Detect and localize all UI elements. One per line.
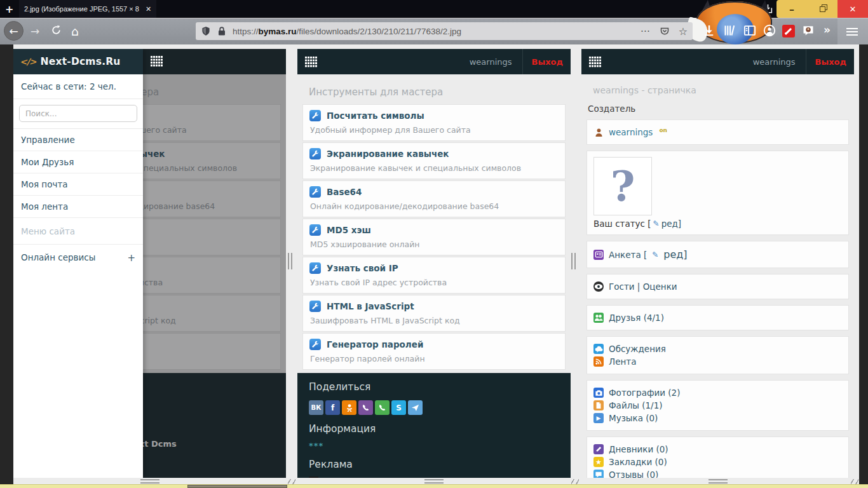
menu-grid-icon[interactable]: [589, 57, 601, 67]
panel2-header: wearnings Выход: [297, 49, 571, 74]
download-icon[interactable]: [703, 24, 715, 37]
guests-link[interactable]: Гости | Оценки: [609, 281, 677, 292]
avatar[interactable]: ?: [593, 157, 652, 215]
facebook-icon[interactable]: f: [325, 400, 340, 415]
search-input[interactable]: [19, 105, 137, 122]
wrench-icon: [309, 339, 321, 350]
chat-extension-icon[interactable]: [802, 24, 815, 37]
tool-title[interactable]: Генератор паролей: [327, 339, 423, 349]
library-icon[interactable]: [723, 24, 736, 37]
wrench-icon: [309, 301, 321, 312]
hamburger-menu-icon[interactable]: [846, 28, 858, 36]
sidebar-item-site-menu[interactable]: Меню сайта: [13, 218, 143, 245]
window-close-button[interactable]: ✕: [837, 0, 868, 18]
panel2-bottom-handle[interactable]: [424, 479, 444, 484]
window-minimize-button[interactable]: –: [776, 0, 807, 18]
pocket-icon[interactable]: [660, 26, 670, 36]
expand-plus-icon[interactable]: +: [127, 252, 135, 264]
tool-card[interactable]: Base64Онлайн кодирование/декодирование b…: [302, 180, 566, 217]
url-text[interactable]: https://bymas.ru/files/downloads/2/130/2…: [233, 27, 641, 36]
panel3-bottom-handle[interactable]: [709, 479, 728, 484]
skype-icon[interactable]: S: [391, 400, 406, 415]
anketa-edit-link[interactable]: ред]: [663, 248, 687, 261]
sidebar-item-feed[interactable]: Моя лента: [13, 196, 143, 218]
whatsapp-icon[interactable]: [375, 400, 390, 415]
sidebar-item-label: Онлайн сервисы: [21, 252, 95, 264]
tab-close-icon[interactable]: ✕: [146, 5, 151, 13]
status-edit-link[interactable]: ред]: [661, 219, 681, 229]
tool-card[interactable]: HTML в JavaScriptЗашифровать HTML в Java…: [302, 295, 566, 332]
ad-row[interactable]: DS Официальный сайт - Next Dcms: [309, 477, 559, 478]
friends-icon: [593, 313, 604, 323]
bookmarks-link[interactable]: Закладки (0): [609, 457, 667, 467]
url-bar[interactable]: https://bymas.ru/files/downloads/2/130/2…: [196, 22, 693, 40]
extension-marker-icon[interactable]: [782, 25, 795, 37]
header-separator: [806, 49, 806, 74]
panel1-resize-handle[interactable]: [288, 253, 292, 269]
home-button[interactable]: ⌂: [71, 23, 79, 39]
tool-desc: Генератор паролей онлайн: [310, 354, 559, 363]
tool-title[interactable]: Экранирование кавычек: [327, 149, 449, 159]
reviews-link[interactable]: Отзывы (0): [609, 470, 658, 478]
panel3-header: wearnings Выход: [581, 49, 854, 74]
reload-button[interactable]: [51, 25, 62, 36]
tool-desc: Узнать свой IP адрес устройства: [310, 278, 559, 287]
header-username[interactable]: wearnings: [753, 57, 796, 67]
tool-title[interactable]: Узнать свой IP: [327, 263, 398, 273]
tool-title[interactable]: MD5 хэш: [327, 225, 371, 235]
tool-title[interactable]: HTML в JavaScript: [327, 301, 414, 311]
horizontal-scrollbar[interactable]: [0, 484, 868, 488]
feed-link[interactable]: Лента: [609, 356, 636, 367]
bookmark-star-icon[interactable]: ☆: [679, 25, 688, 37]
sidebar-item-friends[interactable]: Мои Друзья: [13, 151, 143, 173]
export-icon[interactable]: [763, 4, 773, 15]
tool-card[interactable]: MD5 хэшMD5 хэширование онлайн: [302, 219, 566, 255]
music-link[interactable]: Музыка (0): [609, 413, 658, 423]
logout-link[interactable]: Выход: [532, 57, 563, 67]
page-actions-icon[interactable]: ⋯: [641, 25, 651, 37]
bookmarks-star-icon: ★: [593, 457, 604, 467]
tool-card[interactable]: Экранирование кавычекЭкранирование кавыч…: [302, 142, 566, 179]
sidebar-item-online-services[interactable]: Онлайн сервисы+: [13, 245, 143, 269]
diaries-link[interactable]: Дневники (0): [609, 444, 668, 454]
sidebar-item-management[interactable]: Управление: [13, 129, 143, 151]
tool-title[interactable]: Base64: [327, 187, 362, 197]
anketa-link[interactable]: Анкета [: [609, 250, 647, 260]
new-container-tab-icon[interactable]: [739, 4, 750, 15]
creator-name-link[interactable]: wearnings: [609, 127, 653, 137]
new-tab-button[interactable]: +: [5, 3, 13, 15]
files-link[interactable]: Файлы (1/1): [609, 400, 663, 410]
window-restore-button[interactable]: [807, 0, 837, 18]
sidebar-toggle-icon[interactable]: [743, 24, 756, 37]
more-tools-icon[interactable]: »: [824, 24, 831, 36]
search-wrap: [13, 99, 143, 129]
tool-card[interactable]: Генератор паролейГенератор паролей онлай…: [302, 333, 566, 370]
back-button[interactable]: ←: [4, 21, 24, 41]
odnoklassniki-icon[interactable]: [342, 400, 356, 415]
viber-icon[interactable]: [358, 400, 373, 415]
site-logo[interactable]: </> Next-Dcms.Ru: [13, 49, 143, 74]
tool-card[interactable]: Узнать свой IPУзнать свой IP адрес устро…: [302, 257, 566, 294]
menu-grid-icon[interactable]: [151, 56, 163, 67]
wrench-icon: [309, 224, 321, 236]
friends-link[interactable]: Друзья (4/1): [609, 313, 664, 323]
ad-link[interactable]: Официальный сайт - Next Dcms: [322, 477, 474, 478]
telegram-icon[interactable]: [408, 400, 423, 415]
header-username[interactable]: wearnings: [470, 57, 512, 67]
panel2-resize-handle[interactable]: [571, 253, 576, 269]
tool-card[interactable]: Посчитать символыУдобный информер для Ва…: [302, 104, 566, 141]
browser-tab[interactable]: 2.jpg (Изображение JPEG, 1557 × 8 ✕: [19, 0, 156, 18]
panel1-bottom-handle[interactable]: [140, 479, 159, 484]
tool-title[interactable]: Посчитать символы: [327, 111, 424, 121]
photos-link[interactable]: Фотографии (2): [609, 388, 680, 398]
sidebar-item-mail[interactable]: Моя почта: [13, 173, 143, 196]
scrollbar-thumb[interactable]: [187, 485, 287, 488]
account-icon[interactable]: [763, 24, 776, 37]
menu-grid-icon[interactable]: [305, 57, 317, 67]
vk-icon[interactable]: ВК: [309, 400, 323, 415]
forward-button[interactable]: →: [31, 23, 39, 39]
logout-link[interactable]: Выход: [815, 57, 846, 67]
discussions-link[interactable]: Обсуждения: [609, 344, 666, 354]
sidebar-item-label: Управление: [21, 135, 75, 145]
tracking-protection-shield-icon[interactable]: [201, 26, 211, 36]
